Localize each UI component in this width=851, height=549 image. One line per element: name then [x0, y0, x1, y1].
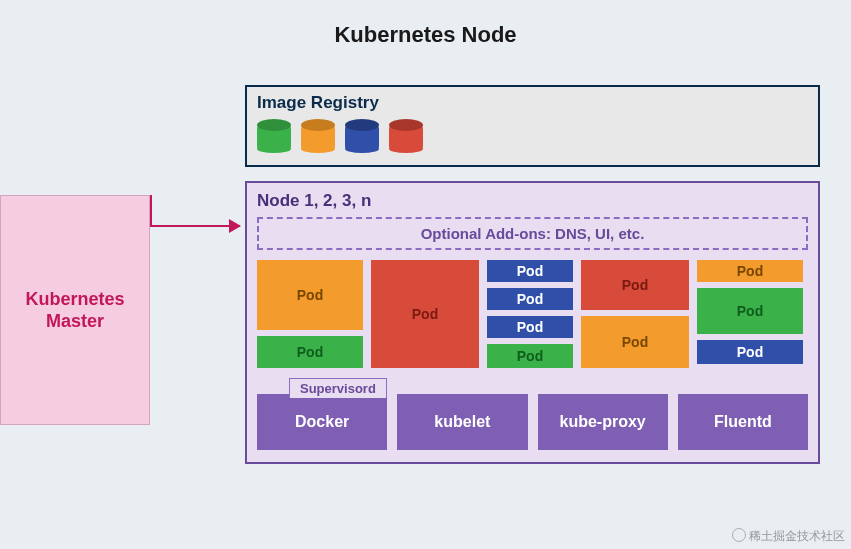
image-registry-box: Image Registry — [245, 85, 820, 167]
pod-box: Pod — [257, 336, 363, 368]
pod-box: Pod — [581, 260, 689, 310]
pod-box: Pod — [581, 316, 689, 368]
pod-box: Pod — [487, 344, 573, 368]
pod-box: Pod — [697, 260, 803, 282]
image-registry-cylinders — [257, 119, 808, 153]
registry-image-icon — [301, 119, 335, 153]
pod-box: Pod — [257, 260, 363, 330]
pod-column: PodPodPod — [697, 260, 803, 368]
pod-box: Pod — [487, 288, 573, 310]
service-box: Docker — [257, 394, 387, 450]
supervisord-row: Supervisord Docker kubelet kube-proxy Fl… — [257, 380, 808, 450]
arrow-master-to-node — [150, 225, 240, 227]
kubernetes-master-label: Kubernetes Master — [1, 288, 149, 333]
service-box: Fluentd — [678, 394, 808, 450]
registry-image-icon — [257, 119, 291, 153]
pod-column: PodPod — [257, 260, 363, 368]
node-box: Node 1, 2, 3, n Optional Add-ons: DNS, U… — [245, 181, 820, 464]
node-title: Node 1, 2, 3, n — [257, 191, 808, 211]
pod-box: Pod — [487, 316, 573, 338]
pod-box: Pod — [371, 260, 479, 368]
pod-box: Pod — [487, 260, 573, 282]
addons-box: Optional Add-ons: DNS, UI, etc. — [257, 217, 808, 250]
pod-column: PodPodPodPod — [487, 260, 573, 368]
pod-box: Pod — [697, 340, 803, 364]
service-box: kubelet — [397, 394, 527, 450]
supervisord-label: Supervisord — [289, 378, 387, 398]
service-box: kube-proxy — [538, 394, 668, 450]
pod-box: Pod — [697, 288, 803, 334]
pod-column: PodPod — [581, 260, 689, 368]
registry-image-icon — [389, 119, 423, 153]
pods-grid: PodPod Pod PodPodPodPod PodPod PodPodPod — [257, 260, 808, 368]
diagram-title: Kubernetes Node — [0, 0, 851, 62]
registry-image-icon — [345, 119, 379, 153]
kubernetes-master-box: Kubernetes Master — [0, 195, 150, 425]
pod-column: Pod — [371, 260, 479, 368]
image-registry-title: Image Registry — [257, 93, 808, 113]
watermark: 稀土掘金技术社区 — [732, 528, 845, 545]
